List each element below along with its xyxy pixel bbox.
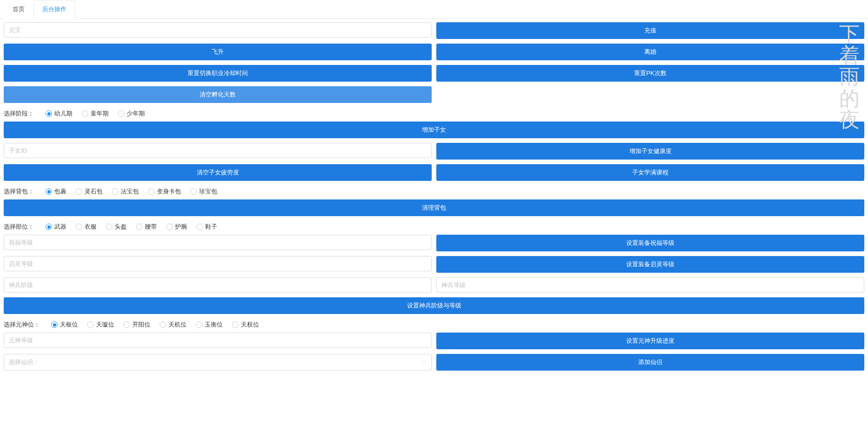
soul-radio-4[interactable]: 玉衡位 bbox=[196, 321, 223, 329]
recharge-button[interactable]: 充值 bbox=[436, 22, 864, 39]
child-id-input[interactable] bbox=[4, 143, 432, 158]
child-full-course-button[interactable]: 子女学满课程 bbox=[436, 164, 864, 181]
slot-radio-row: 选择部位： 武器 衣服 头盔 腰带 护腕 鞋子 bbox=[4, 221, 864, 235]
slot-radio-2[interactable]: 头盔 bbox=[106, 223, 127, 231]
set-equip-bless-button[interactable]: 设置装备祝福等级 bbox=[436, 235, 864, 251]
bless-level-input[interactable] bbox=[4, 235, 432, 250]
soul-radio-0[interactable]: 天枢位 bbox=[51, 321, 78, 329]
bag-radio-group: 包裹 灵石包 法宝包 变身卡包 珍宝包 bbox=[45, 187, 217, 196]
divorce-button[interactable]: 离婚 bbox=[436, 44, 864, 60]
stage-radio-row: 选择阶段： 幼儿期 童年期 少年期 bbox=[4, 108, 864, 122]
soul-radio-row: 选择元神位： 天枢位 天璇位 开阳位 天机位 玉衡位 天权位 bbox=[4, 319, 864, 333]
add-child-health-button[interactable]: 增加子女健康度 bbox=[436, 143, 864, 160]
bag-radio-row: 选择背包： 包裹 灵石包 法宝包 变身卡包 珍宝包 bbox=[4, 186, 864, 199]
ascend-button[interactable]: 飞升 bbox=[4, 44, 432, 60]
add-partner-button[interactable]: 添加仙侣 bbox=[436, 354, 864, 371]
set-weapon-stage-level-button[interactable]: 设置神兵阶级与等级 bbox=[4, 297, 864, 314]
soul-radio-3[interactable]: 天机位 bbox=[160, 321, 187, 329]
soul-radio-5[interactable]: 天权位 bbox=[232, 321, 259, 329]
slot-radio-group: 武器 衣服 头盔 腰带 护腕 鞋子 bbox=[45, 223, 217, 231]
stage-radio-group: 幼儿期 童年期 少年期 bbox=[45, 109, 145, 118]
bag-radio-1[interactable]: 灵石包 bbox=[76, 187, 103, 196]
slot-radio-5[interactable]: 鞋子 bbox=[196, 223, 217, 231]
stage-radio-2[interactable]: 少年期 bbox=[118, 109, 145, 118]
slot-radio-0[interactable]: 武器 bbox=[45, 223, 66, 231]
soul-level-input[interactable] bbox=[4, 333, 432, 348]
soul-label: 选择元神位： bbox=[4, 321, 40, 329]
bag-radio-3[interactable]: 变身卡包 bbox=[148, 187, 181, 196]
clear-bag-button[interactable]: 清理背包 bbox=[4, 199, 864, 216]
weapon-level-input[interactable] bbox=[436, 277, 864, 293]
slot-label: 选择部位： bbox=[4, 223, 34, 231]
select-partner-placeholder: 选择仙侣： bbox=[9, 358, 39, 366]
bag-radio-4[interactable]: 珍宝包 bbox=[190, 187, 217, 196]
spirit-level-input[interactable] bbox=[4, 256, 432, 271]
tab-home[interactable]: 首页 bbox=[4, 0, 33, 19]
weapon-stage-input[interactable] bbox=[4, 277, 432, 293]
clear-child-fatigue-button[interactable]: 清空子女疲劳度 bbox=[4, 164, 432, 181]
bag-radio-2[interactable]: 法宝包 bbox=[112, 187, 139, 196]
content-area: 充值 飞升 离婚 重置切换职业冷却时间 重置PK次数 清空孵化天数 选择阶段： … bbox=[0, 19, 868, 379]
bag-label: 选择背包： bbox=[4, 187, 34, 196]
stage-radio-0[interactable]: 幼儿期 bbox=[45, 109, 72, 118]
chevron-down-icon: ﹀ bbox=[421, 359, 427, 366]
stage-radio-1[interactable]: 童年期 bbox=[82, 109, 109, 118]
reset-job-cd-button[interactable]: 重置切换职业冷却时间 bbox=[4, 65, 432, 82]
slot-radio-4[interactable]: 护腕 bbox=[166, 223, 187, 231]
select-partner[interactable]: 选择仙侣： ﹀ bbox=[4, 354, 432, 371]
bag-radio-0[interactable]: 包裹 bbox=[45, 187, 66, 196]
add-child-button[interactable]: 增加子女 bbox=[4, 122, 864, 138]
soul-radio-2[interactable]: 开阳位 bbox=[123, 321, 150, 329]
tab-admin[interactable]: 后台操作 bbox=[33, 0, 75, 19]
soul-radio-1[interactable]: 天璇位 bbox=[87, 321, 114, 329]
slot-radio-3[interactable]: 腰带 bbox=[136, 223, 157, 231]
set-soul-progress-button[interactable]: 设置元神升级进度 bbox=[436, 333, 864, 349]
soul-radio-group: 天枢位 天璇位 开阳位 天机位 玉衡位 天权位 bbox=[51, 321, 259, 329]
slot-radio-1[interactable]: 衣服 bbox=[76, 223, 97, 231]
clear-hatch-days-button[interactable]: 清空孵化天数 bbox=[4, 86, 432, 103]
set-equip-spirit-button[interactable]: 设置装备启灵等级 bbox=[436, 256, 864, 273]
tabs-bar: 首页 后台操作 bbox=[0, 0, 868, 19]
stage-label: 选择阶段： bbox=[4, 109, 34, 118]
yuanbao-input[interactable] bbox=[4, 22, 432, 38]
reset-pk-button[interactable]: 重置PK次数 bbox=[436, 65, 864, 82]
